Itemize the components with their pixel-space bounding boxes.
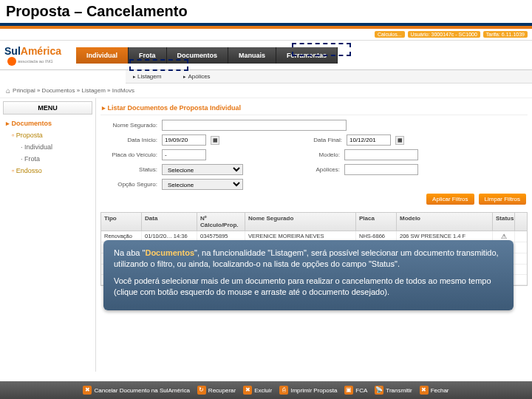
calendar-icon[interactable]: ▦ (211, 136, 219, 145)
user-chip: Usuário: 3000147c - SC1000 (408, 31, 480, 38)
placa-label: Placa do Veículo: (102, 151, 157, 158)
tab-manuais[interactable]: Manuais (228, 47, 276, 64)
opcao-label: Opção Seguro: (102, 181, 157, 188)
callout-p1: Na aba "Documentos", na funcionalidade "… (114, 248, 503, 270)
logo-part2: América (21, 45, 61, 57)
delete-icon: ✖ (243, 386, 252, 395)
sidebar-documentos[interactable]: Documentos (3, 117, 92, 129)
col-status[interactable]: Status (493, 213, 515, 231)
instruction-callout: Na aba "Documentos", na funcionalidade "… (103, 240, 514, 310)
aplicar-button[interactable]: Aplicar Filtros (426, 194, 474, 205)
status-label: Status: (102, 166, 157, 173)
grid-header: Tipo Data Nº Cálculo/Prop. Nome Segurado… (101, 213, 527, 231)
sub-tabs: Listagem Apólices (126, 70, 532, 83)
cancelar-button[interactable]: ✖Cancelar Documento na SulAmérica (83, 386, 189, 395)
home-icon[interactable]: ⌂ (6, 86, 10, 95)
col-num[interactable]: Nº Cálculo/Prop. (197, 213, 245, 231)
content: MENU Documentos Proposta Individual Frot… (0, 98, 532, 372)
tab-frota[interactable]: Frota (129, 47, 167, 64)
fca-button[interactable]: ▣FCA (344, 386, 367, 395)
datafinal-input[interactable] (347, 134, 391, 146)
pane-title: Listar Documentos de Proposta Individual (100, 101, 528, 115)
datainicio-label: Data Início: (102, 137, 157, 143)
sidebar-proposta[interactable]: Proposta (3, 129, 92, 141)
footer-actions: ✖Cancelar Documento na SulAmérica ↻Recup… (0, 381, 532, 399)
datafinal-label: Data Final: (298, 137, 342, 143)
opcao-select[interactable]: Selecione (162, 179, 243, 190)
sidebar-individual[interactable]: Individual (3, 141, 92, 153)
logo: SulAmérica associada ao ING (4, 45, 61, 66)
apolices-label: Apólices: (296, 166, 340, 173)
imprimir-button[interactable]: ⎙Imprimir Proposta (279, 386, 337, 395)
main-pane: Listar Documentos de Proposta Individual… (96, 98, 532, 372)
print-icon: ⎙ (279, 386, 288, 395)
limpar-button[interactable]: Limpar Filtros (479, 194, 526, 205)
placa-input[interactable] (162, 149, 206, 160)
sidebar-frota[interactable]: Frota (3, 153, 92, 165)
topbar: Calculos... Usuário: 3000147c - SC1000 T… (0, 29, 532, 41)
menu-header: MENU (3, 101, 92, 115)
breadcrumb-text: Principal » Documentos » Listagem » IndM… (13, 87, 134, 94)
callout-p2: Você poderá selecionar mais de um docume… (114, 276, 503, 298)
excluir-button[interactable]: ✖Excluir (243, 386, 272, 395)
ing-text: associada ao ING (18, 58, 53, 63)
main-tabs: Individual Frota Documentos Manuais Ferr… (76, 47, 338, 64)
nome-input[interactable] (162, 120, 347, 131)
fca-icon: ▣ (344, 386, 353, 395)
tarifa-chip: Tarifa: 6.11.1039 (483, 31, 528, 38)
apolices-input[interactable] (344, 164, 418, 175)
ing-icon (7, 57, 16, 66)
transmit-icon: 📡 (375, 386, 383, 395)
warning-icon: ⚠ (501, 233, 507, 240)
datainicio-input[interactable] (162, 134, 206, 146)
col-modelo[interactable]: Modelo (397, 213, 493, 231)
col-nome[interactable]: Nome Segurado (245, 213, 356, 231)
logo-part1: Sul (4, 45, 21, 57)
recover-icon: ↻ (197, 386, 206, 395)
recuperar-button[interactable]: ↻Recuperar (197, 386, 236, 395)
subtab-apolices[interactable]: Apólices (183, 73, 210, 80)
breadcrumb: ⌂ Principal » Documentos » Listagem » In… (0, 83, 532, 98)
calendar-icon[interactable]: ▦ (395, 136, 404, 145)
nome-label: Nome Segurado: (102, 122, 157, 129)
app-screenshot: Calculos... Usuário: 3000147c - SC1000 T… (0, 29, 532, 372)
col-tipo[interactable]: Tipo (101, 213, 142, 231)
modelo-label: Modelo: (296, 151, 340, 158)
calc-chip[interactable]: Calculos... (375, 31, 405, 38)
status-select[interactable]: Selecione (162, 164, 243, 175)
header: SulAmérica associada ao ING Individual F… (0, 41, 532, 70)
col-placa[interactable]: Placa (356, 213, 397, 231)
transmitir-button[interactable]: 📡Transmitir (375, 386, 412, 395)
slide-title: Proposta – Cancelamento (0, 0, 532, 26)
col-data[interactable]: Data (142, 213, 197, 231)
tab-documentos[interactable]: Documentos (167, 47, 229, 64)
sidebar: MENU Documentos Proposta Individual Frot… (0, 98, 96, 372)
cancel-icon: ✖ (83, 386, 92, 395)
tab-individual[interactable]: Individual (76, 47, 129, 64)
sidebar-endosso[interactable]: Endosso (3, 165, 92, 177)
ing-badge: associada ao ING (7, 57, 61, 66)
filters: Nome Segurado: Data Início: ▦ Data Final… (100, 115, 528, 212)
fechar-button[interactable]: ✖Fechar (420, 386, 449, 395)
tab-ferramentas[interactable]: Ferramentas (276, 47, 338, 64)
close-icon: ✖ (420, 386, 429, 395)
subtab-listagem[interactable]: Listagem (133, 73, 161, 80)
modelo-input[interactable] (344, 149, 418, 160)
